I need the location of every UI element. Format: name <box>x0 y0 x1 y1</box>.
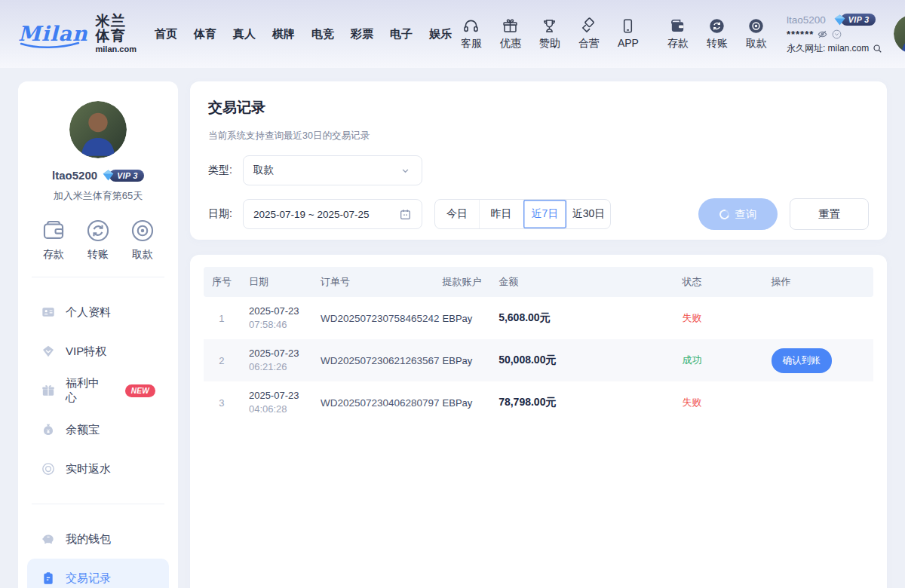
nav-item-home[interactable]: 首页 <box>152 23 180 46</box>
sidebar-item-my-wallet-label: 我的钱包 <box>66 532 111 547</box>
transfer-icon <box>708 17 726 35</box>
transfer-link[interactable]: 转账 <box>701 17 734 51</box>
sidebar-item-vip-label: VIP特权 <box>66 345 106 359</box>
range-last7days-button[interactable]: 近7日 <box>523 200 566 228</box>
sidebar-item-rebate[interactable]: 实时返水 <box>27 449 169 488</box>
deposit-link[interactable]: 存款 <box>661 17 695 51</box>
type-select-value: 取款 <box>253 164 274 177</box>
sidebar-item-rebate-label: 实时返水 <box>66 462 111 476</box>
date-label: 日期: <box>208 207 243 221</box>
calendar-icon <box>399 208 412 221</box>
vip-diamond-icon <box>833 14 846 26</box>
sponsor-link[interactable]: 赞助 <box>533 17 566 51</box>
nav-item-esports[interactable]: 电竞 <box>308 23 337 46</box>
range-last30days-button[interactable]: 近30日 <box>566 200 610 228</box>
col-header-amount: 金额 <box>489 267 673 297</box>
row-account: EBPay <box>434 297 490 339</box>
sidebar-item-yuebao-label: 余额宝 <box>66 423 100 437</box>
promo-link[interactable]: 优惠 <box>494 17 527 51</box>
range-today-button[interactable]: 今日 <box>435 200 479 228</box>
range-yesterday-button[interactable]: 昨日 <box>479 200 523 228</box>
sidebar-item-transaction-records[interactable]: 交易记录 <box>27 559 169 588</box>
site-logo[interactable]: Milan 米兰体育 milan.com <box>18 14 137 54</box>
service-label: 客服 <box>461 37 482 51</box>
table-row: 2 2025-07-23 06:21:26 WD2025072306212635… <box>204 339 873 381</box>
sidebar-item-profile[interactable]: 个人资料 <box>27 292 169 332</box>
transfer-label: 转账 <box>707 37 728 51</box>
nav-item-lottery[interactable]: 彩票 <box>348 23 376 46</box>
withdraw-icon <box>747 17 765 35</box>
type-select[interactable]: 取款 <box>243 155 422 185</box>
topbar: Milan 米兰体育 milan.com 首页 体育 真人 棋牌 电竞 彩票 电… <box>0 0 905 68</box>
magnifier-icon[interactable] <box>872 43 883 54</box>
nav-item-sports[interactable]: 体育 <box>191 23 219 46</box>
withdraw-link[interactable]: 取款 <box>740 17 773 51</box>
row-status: 成功 <box>673 339 762 381</box>
partner-link[interactable]: 合营 <box>572 17 606 51</box>
col-header-action: 操作 <box>762 267 873 297</box>
sidebar-divider <box>32 504 164 504</box>
join-days-text: 加入米兰体育第65天 <box>27 189 169 203</box>
partner-label: 合营 <box>578 37 600 51</box>
row-datetime: 2025-07-23 06:21:26 <box>240 339 311 381</box>
row-account: EBPay <box>434 339 490 381</box>
user-avatar[interactable] <box>894 14 905 54</box>
query-button-label: 查询 <box>735 207 757 222</box>
filter-actions: 查询 重置 <box>698 198 869 230</box>
eye-off-icon[interactable] <box>817 29 828 40</box>
app-label: APP <box>618 37 639 49</box>
moneybag-icon <box>41 422 56 437</box>
diamond-icon <box>41 344 56 359</box>
sidebar-deposit-action[interactable]: 存款 <box>41 218 66 262</box>
sidebar-item-yuebao[interactable]: 余额宝 <box>27 410 169 449</box>
app-link[interactable]: APP <box>612 17 645 51</box>
sidebar-username: ltao5200 <box>52 169 97 182</box>
rebate-icon <box>41 461 56 476</box>
profile-avatar-photo <box>69 101 127 158</box>
row-datetime: 2025-07-23 07:58:46 <box>240 297 311 339</box>
sidebar-item-profile-label: 个人资料 <box>66 305 111 320</box>
nav-item-live[interactable]: 真人 <box>230 23 259 46</box>
chevron-circle-icon[interactable] <box>831 29 842 40</box>
date-range-quick-group: 今日 昨日 近7日 近30日 <box>434 199 611 229</box>
vip-badge: VIP 3 <box>833 14 876 26</box>
sidebar-withdraw-label: 取款 <box>132 248 153 262</box>
col-header-order-no: 订单号 <box>311 267 434 297</box>
reset-button[interactable]: 重置 <box>790 198 869 230</box>
username: ltao5200 <box>787 14 826 26</box>
confirm-received-button[interactable]: 确认到账 <box>772 348 832 373</box>
sidebar-item-vip[interactable]: VIP特权 <box>27 332 169 371</box>
sidebar-item-my-wallet[interactable]: 我的钱包 <box>27 519 169 559</box>
row-index: 2 <box>204 339 240 381</box>
new-badge: NEW <box>125 384 155 397</box>
date-range-input[interactable]: 2025-07-19 ~ 2025-07-25 <box>243 199 422 229</box>
logo-swash <box>20 41 80 48</box>
nav-item-entertainment[interactable]: 娱乐 <box>426 23 455 46</box>
topbar-wallet-links: 存款 转账 取款 <box>661 17 773 51</box>
deposit-label: 存款 <box>667 37 689 51</box>
transfer-outline-icon <box>85 218 111 243</box>
nav-item-slots[interactable]: 电子 <box>387 23 416 46</box>
sidebar-transfer-action[interactable]: 转账 <box>85 218 111 262</box>
type-label: 类型: <box>208 164 243 177</box>
row-index: 3 <box>204 381 240 424</box>
sidebar-withdraw-action[interactable]: 取款 <box>130 218 155 262</box>
loading-spinner-icon <box>717 207 731 221</box>
logo-text-block: 米兰体育 milan.com <box>96 14 137 54</box>
gift-filled-icon <box>41 383 56 398</box>
main-area: 交易记录 当前系统支持查询最近30日的交易记录 类型: 取款 日期: 2025-… <box>190 81 887 588</box>
withdraw-outline-icon <box>130 218 155 243</box>
sidebar-item-benefits[interactable]: 福利中心 NEW <box>27 371 169 410</box>
masked-balance: ****** <box>787 29 814 39</box>
row-time: 07:58:46 <box>249 318 302 332</box>
query-button[interactable]: 查询 <box>698 198 778 230</box>
sidebar-quick-actions: 存款 转账 取款 <box>27 218 169 262</box>
service-link[interactable]: 客服 <box>455 17 488 51</box>
avatar-photo <box>894 14 905 54</box>
row-order-no: WD202507230758465242 <box>311 297 434 339</box>
main-nav: 首页 体育 真人 棋牌 电竞 彩票 电子 娱乐 <box>152 23 455 46</box>
transactions-table: 序号 日期 订单号 提款账户 金额 状态 操作 1 2025-07-23 <box>204 267 873 424</box>
sidebar-transfer-label: 转账 <box>87 248 109 262</box>
nav-item-board-games[interactable]: 棋牌 <box>269 23 298 46</box>
permanent-url-label: 永久网址: milan.com <box>787 42 869 55</box>
